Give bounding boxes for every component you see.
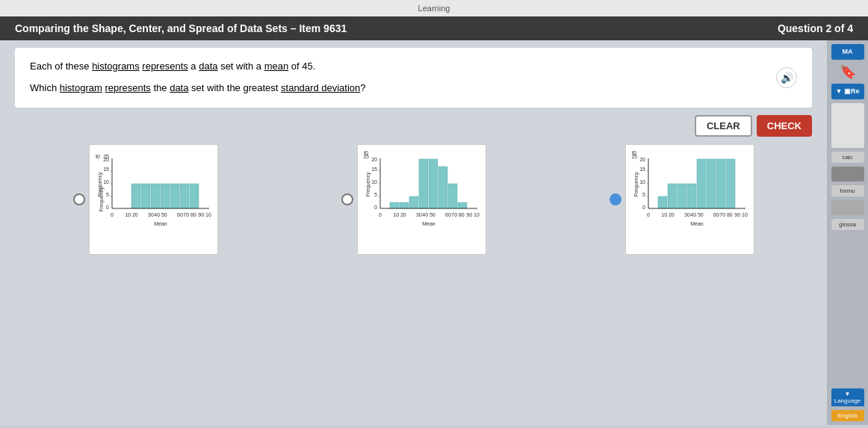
svg-text:10 20: 10 20: [393, 212, 406, 217]
histogram-3: 0 5 10 15 20 25 30 0 10 20 30: [625, 144, 754, 255]
svg-text:0: 0: [374, 205, 377, 210]
svg-rect-2: [131, 184, 140, 208]
histogram-item-2: 0 5 10 15 20 25 30 0 10 20 30: [341, 144, 486, 255]
hist1-ytick5: 5: [106, 192, 109, 197]
bookmark-icon[interactable]: 🔖: [840, 63, 856, 80]
question-line2: Which histogram represents the data set …: [30, 81, 797, 96]
svg-rect-48: [707, 159, 716, 208]
mean-link: mean: [264, 61, 289, 72]
glossary-button[interactable]: glossa: [831, 219, 864, 230]
ma-button[interactable]: MA: [831, 44, 864, 60]
svg-rect-16: [409, 196, 418, 208]
tool-icon[interactable]: [831, 167, 864, 182]
hist1-xtick40: 40 50: [154, 212, 167, 217]
hist1-ylabel: Frequency: [97, 172, 103, 197]
svg-text:10 20: 10 20: [661, 212, 675, 217]
svg-rect-17: [419, 159, 428, 208]
svg-text:5: 5: [642, 192, 645, 197]
svg-text:0: 0: [647, 212, 650, 217]
left-panel: Each of these histograms represents a da…: [0, 40, 827, 425]
hist3-bars: [658, 159, 735, 208]
svg-text:5: 5: [374, 192, 377, 197]
speaker-button[interactable]: 🔊: [776, 67, 797, 88]
question-box: Each of these histograms represents a da…: [15, 48, 812, 108]
svg-rect-20: [448, 184, 457, 208]
title-bar: Comparing the Shape, Center, and Spread …: [0, 16, 868, 40]
represents-link2: represents: [105, 82, 150, 93]
histogram-link2: histogram: [60, 82, 102, 93]
svg-text:30: 30: [364, 151, 368, 155]
histogram-item-3: 0 5 10 15 20 25 30 0 10 20 30: [610, 144, 754, 255]
formula-icon: [831, 200, 864, 215]
hist1-xtick0: 0: [111, 212, 114, 217]
clear-button[interactable]: CLEAR: [695, 115, 752, 137]
hist1-ytick15: 15: [103, 167, 109, 172]
histogram-2: 0 5 10 15 20 25 30 0 10 20 30: [357, 144, 486, 255]
right-sidebar: MA 🔖 ▼ ▣Re calc formu glossa ▼ Language …: [827, 40, 868, 425]
svg-text:90 100: 90 100: [734, 212, 748, 217]
radio-hist1[interactable]: [73, 193, 85, 205]
svg-rect-14: [390, 202, 399, 208]
svg-rect-18: [429, 159, 438, 208]
histogram-2-svg: 0 5 10 15 20 25 30 0 10 20 30: [364, 151, 480, 248]
hist1-xtick10: 10 20: [125, 212, 138, 217]
q1-prefix: Each of these: [30, 61, 92, 72]
data-link2: data: [170, 82, 188, 93]
hist2-xlabel: Mean: [422, 221, 435, 226]
buttons-area: CLEAR CHECK: [15, 115, 812, 137]
svg-rect-5: [161, 184, 170, 208]
svg-rect-46: [687, 184, 696, 208]
svg-rect-19: [438, 167, 447, 208]
hist1-ytick30: 30: [96, 154, 100, 159]
radio-hist2[interactable]: [341, 193, 353, 205]
represents-link1: represents: [142, 61, 187, 72]
svg-rect-7: [180, 184, 189, 208]
svg-text:30: 30: [684, 212, 690, 217]
histograms-link1: histograms: [92, 61, 140, 72]
std-dev-link: standard deviation: [281, 82, 360, 93]
hist1-xlabel: Mean: [154, 221, 167, 226]
svg-text:30: 30: [416, 212, 422, 217]
svg-rect-3: [141, 184, 150, 208]
hist3-ylabel: Frequency: [633, 172, 639, 197]
svg-text:60: 60: [445, 212, 451, 217]
svg-rect-50: [726, 159, 735, 208]
histogram-3-svg: 0 5 10 15 20 25 30 0 10 20 30: [632, 151, 748, 248]
svg-rect-8: [190, 184, 199, 208]
hist1-xtick90: 90 100: [198, 212, 211, 217]
svg-rect-45: [678, 184, 686, 208]
histogram-1-svg: Frequency: [96, 151, 211, 248]
svg-text:15: 15: [639, 167, 645, 172]
data-link1: data: [199, 61, 217, 72]
radio-hist3[interactable]: [610, 193, 621, 205]
svg-text:40 50: 40 50: [690, 212, 704, 217]
main-content: Each of these histograms represents a da…: [0, 40, 868, 425]
english-button[interactable]: English: [831, 410, 864, 421]
hist1-xtick70: 70 80: [183, 212, 196, 217]
hist2-bars: [390, 159, 467, 208]
hist1-xtick30: 30: [148, 212, 154, 217]
svg-text:60: 60: [713, 212, 719, 217]
svg-text:30: 30: [632, 151, 636, 155]
svg-text:0: 0: [379, 212, 382, 217]
language-button[interactable]: ▼ Language: [831, 388, 864, 406]
histogram-item-1: Frequency: [73, 144, 218, 255]
svg-text:70 80: 70 80: [719, 212, 733, 217]
formula-button[interactable]: formu: [831, 185, 864, 196]
svg-text:20: 20: [639, 157, 645, 162]
check-button[interactable]: CHECK: [757, 115, 812, 137]
svg-rect-43: [658, 196, 667, 208]
svg-text:20: 20: [371, 157, 377, 162]
svg-text:40 50: 40 50: [422, 212, 435, 217]
histograms-area: Frequency: [15, 144, 812, 255]
hist1-ytick25: 25: [103, 154, 109, 159]
calc-button[interactable]: calc: [831, 152, 864, 163]
svg-text:15: 15: [371, 167, 377, 172]
svg-rect-15: [400, 202, 409, 208]
hist1-ytick0: 0: [106, 205, 109, 210]
svg-text:10: 10: [371, 179, 377, 184]
svg-rect-47: [697, 159, 706, 208]
svg-rect-44: [668, 184, 677, 208]
re-button[interactable]: ▼ ▣Re: [831, 84, 864, 99]
svg-text:90 100: 90 100: [466, 212, 480, 217]
